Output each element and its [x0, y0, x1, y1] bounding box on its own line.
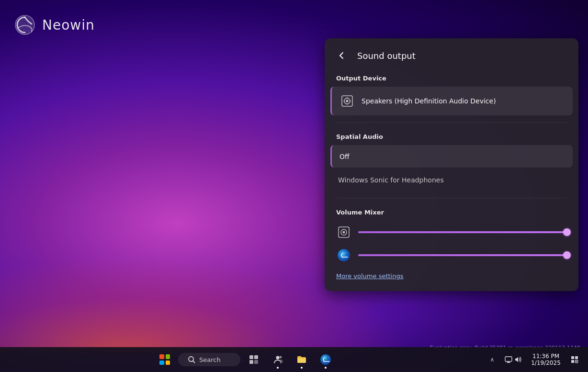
teams-button[interactable]	[267, 349, 288, 370]
svg-rect-16	[254, 360, 258, 364]
chevron-icon: ∧	[490, 356, 495, 363]
taskbar-apps: Search	[6, 349, 485, 370]
edge-icon	[320, 354, 331, 365]
sound-output-panel: Sound output Output Device Speakers (Hig…	[325, 38, 578, 291]
edge-indicator	[325, 367, 327, 369]
svg-rect-24	[575, 356, 578, 359]
task-view-icon	[249, 355, 259, 364]
svg-rect-26	[575, 360, 578, 363]
start-button[interactable]	[154, 349, 175, 370]
divider-1	[336, 122, 567, 123]
spatial-windows-sonic-item[interactable]: Windows Sonic for Headphones	[330, 169, 573, 191]
panel-title: Sound output	[357, 51, 416, 61]
svg-point-18	[280, 356, 282, 359]
spatial-audio-label: Spatial Audio	[325, 129, 578, 145]
back-button[interactable]	[334, 48, 350, 63]
svg-point-9	[343, 231, 345, 234]
clock-date: 1/19/2025	[531, 360, 561, 366]
speaker-device-icon	[339, 93, 355, 109]
output-device-label: Output Device	[325, 71, 578, 87]
volume-mixer-label: Volume Mixer	[325, 205, 578, 221]
display-icon	[505, 356, 512, 363]
search-label: Search	[199, 356, 221, 363]
volume-icon	[514, 356, 522, 363]
file-explorer-button[interactable]	[291, 349, 312, 370]
neowin-logo: Neowin	[13, 13, 95, 36]
svg-point-2	[346, 100, 349, 102]
svg-rect-20	[505, 357, 512, 361]
spatial-windows-sonic-text: Windows Sonic for Headphones	[338, 176, 444, 184]
search-icon	[188, 356, 195, 363]
system-volume-slider[interactable]	[358, 231, 567, 233]
clock[interactable]: 11:36 PM 1/19/2025	[527, 352, 565, 367]
svg-rect-23	[571, 356, 574, 359]
taskbar-systray: ∧ 11:36 PM 1/19/2025	[485, 350, 582, 369]
systray-chevron[interactable]: ∧	[485, 350, 500, 369]
teams-indicator	[277, 367, 279, 369]
notification-icon	[571, 356, 578, 363]
svg-line-12	[193, 361, 195, 363]
system-volume-thumb[interactable]	[563, 228, 571, 236]
output-device-name: Speakers (High Definition Audio Device)	[362, 97, 496, 105]
teams-icon	[272, 354, 283, 365]
spatial-off-text: Off	[339, 153, 350, 160]
neowin-icon	[13, 13, 36, 36]
task-view-button[interactable]	[243, 349, 264, 370]
taskbar: Search	[0, 347, 588, 372]
folder-icon	[296, 354, 307, 365]
svg-rect-15	[249, 360, 253, 364]
system-volume-row	[330, 221, 573, 244]
volume-section	[325, 221, 578, 267]
edge-volume-row	[330, 244, 573, 267]
edge-vol-icon	[336, 248, 351, 263]
spatial-off-item[interactable]: Off	[330, 145, 573, 168]
notification-button[interactable]	[567, 350, 582, 369]
svg-rect-14	[254, 355, 258, 359]
file-explorer-indicator	[301, 367, 303, 369]
output-device-item[interactable]: Speakers (High Definition Audio Device)	[330, 87, 573, 115]
panel-header: Sound output	[325, 38, 578, 71]
svg-point-19	[320, 354, 331, 365]
divider-2	[336, 198, 567, 198]
edge-volume-thumb[interactable]	[563, 251, 571, 259]
svg-rect-25	[571, 360, 574, 363]
clock-time: 11:36 PM	[532, 353, 559, 360]
system-vol-icon	[336, 225, 351, 240]
edge-volume-slider[interactable]	[358, 254, 567, 256]
svg-point-10	[338, 249, 350, 261]
sys-icons-group[interactable]	[502, 355, 525, 364]
svg-point-17	[276, 356, 280, 360]
more-volume-settings[interactable]: More volume settings	[325, 267, 578, 282]
search-button[interactable]: Search	[178, 353, 240, 366]
windows-icon	[159, 354, 170, 365]
neowin-text: Neowin	[42, 17, 95, 33]
edge-button[interactable]	[315, 349, 336, 370]
svg-rect-13	[249, 355, 253, 359]
